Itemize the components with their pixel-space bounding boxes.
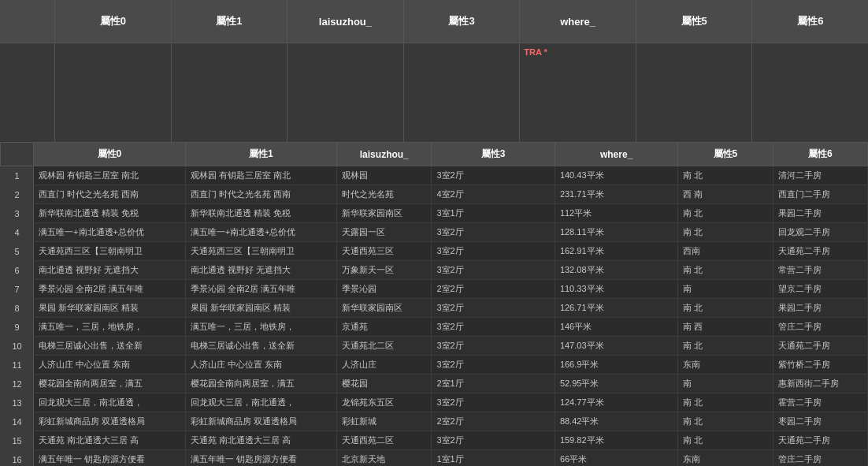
cell-row10-col0: 人济山庄 中心位置 东南 <box>34 356 186 375</box>
cell-row2-col4: 112平米 <box>555 204 677 223</box>
cell-row0-col1: 观林园 有钥匙三居室 南北 <box>185 166 337 185</box>
cell-row12-col5: 南 北 <box>678 393 773 412</box>
col-header-0[interactable]: 屬性0 <box>55 0 171 43</box>
row-number: 9 <box>1 318 34 337</box>
filter-bar: 屬性0 屬性1 laisuzhou_ 屬性3 where_ <box>0 0 868 142</box>
table-header-row: 屬性0 屬性1 laisuzhou_ 屬性3 where_ 屬性5 屬性6 <box>1 143 868 166</box>
th-col0[interactable]: 屬性0 <box>34 143 186 166</box>
filter-col-5: 屬性5 <box>636 0 753 142</box>
col-header-5[interactable]: 屬性5 <box>636 0 752 43</box>
table-row[interactable]: 11人济山庄 中心位置 东南人济山庄 中心位置 东南人济山庄3室2厅 166.9… <box>1 356 868 375</box>
cell-row1-col4: 231.71平米 <box>555 185 677 204</box>
table-row[interactable]: 8果园 新华联家园南区 精装果园 新华联家园南区 精装新华联家园南区3室2厅 1… <box>1 299 868 318</box>
table-row[interactable]: 14彩虹新城商品房 双通透格局彩虹新城商品房 双通透格局彩虹新城2室2厅 88.… <box>1 412 868 431</box>
cell-row2-col2: 新华联家园南区 <box>337 204 432 223</box>
cell-row15-col3: 1室1厅 <box>432 450 555 467</box>
th-col6[interactable]: 屬性6 <box>773 143 867 166</box>
table-row[interactable]: 3新华联南北通透 精装 免税新华联南北通透 精装 免税新华联家园南区3室1厅 1… <box>1 204 868 223</box>
cell-row4-col2: 天通西苑三区 <box>337 242 432 261</box>
table-row[interactable]: 13回龙观大三居，南北通透，回龙观大三居，南北通透，龙锦苑东五区3室2厅 124… <box>1 393 868 412</box>
cell-row15-col4: 66平米 <box>555 450 677 467</box>
filter-col-0: 屬性0 <box>55 0 172 142</box>
cell-row0-col6: 清河二手房 <box>773 166 867 185</box>
cell-row10-col6: 紫竹桥二手房 <box>773 356 867 375</box>
table-row[interactable]: 2西直门 时代之光名苑 西南西直门 时代之光名苑 西南时代之光名苑4室2厅 23… <box>1 185 868 204</box>
th-col1[interactable]: 屬性1 <box>185 143 337 166</box>
table-row[interactable]: 15天通苑 南北通透大三居 高天通苑 南北通透大三居 高天通西苑二区3室2厅 1… <box>1 431 868 450</box>
cell-row11-col4: 52.95平米 <box>555 375 677 393</box>
cell-row13-col5: 南 北 <box>678 412 773 431</box>
cell-row11-col2: 樱花园 <box>337 375 432 393</box>
filter-body-4[interactable]: TRA * <box>520 43 636 142</box>
cell-row13-col4: 88.42平米 <box>555 412 677 431</box>
cell-row14-col5: 南 北 <box>678 431 773 450</box>
table-row[interactable]: 6南北通透 视野好 无遮挡大南北通透 视野好 无遮挡大万象新天一区3室2厅 13… <box>1 261 868 280</box>
table-row[interactable]: 4满五唯一+南北通透+总价优满五唯一+南北通透+总价优天露园一区3室2厅 128… <box>1 223 868 242</box>
cell-row3-col4: 128.11平米 <box>555 223 677 242</box>
cell-row5-col4: 132.08平米 <box>555 261 677 280</box>
filter-body-6[interactable] <box>752 43 868 142</box>
cell-row7-col2: 新华联家园南区 <box>337 299 432 318</box>
col-header-2[interactable]: laisuzhou_ <box>287 0 403 43</box>
cell-row5-col6: 常营二手房 <box>773 261 867 280</box>
table-row[interactable]: 5天通苑西三区【三朝南明卫天通苑西三区【三朝南明卫天通西苑三区3室2厅 162.… <box>1 242 868 261</box>
cell-row14-col0: 天通苑 南北通透大三居 高 <box>34 431 186 450</box>
th-col4[interactable]: where_ <box>555 143 677 166</box>
filter-body-0[interactable] <box>55 43 171 142</box>
row-number: 11 <box>1 356 34 375</box>
cell-row4-col1: 天通苑西三区【三朝南明卫 <box>185 242 337 261</box>
cell-row5-col1: 南北通透 视野好 无遮挡大 <box>185 261 337 280</box>
cell-row5-col0: 南北通透 视野好 无遮挡大 <box>34 261 186 280</box>
row-number: 15 <box>1 431 34 450</box>
cell-row13-col6: 枣园二手房 <box>773 412 867 431</box>
table-row[interactable]: 12樱花园全南向两居室，满五樱花园全南向两居室，满五樱花园2室1厅 52.95平… <box>1 375 868 393</box>
row-number: 8 <box>1 299 34 318</box>
col-header-6[interactable]: 屬性6 <box>752 0 868 43</box>
filter-body-2[interactable] <box>287 43 403 142</box>
th-col5[interactable]: 屬性5 <box>678 143 773 166</box>
cell-row14-col1: 天通苑 南北通透大三居 高 <box>185 431 337 450</box>
col-header-1[interactable]: 屬性1 <box>172 0 287 43</box>
filter-body-1[interactable] <box>172 43 287 142</box>
row-number: 13 <box>1 393 34 412</box>
cell-row5-col3: 3室2厅 <box>432 261 555 280</box>
data-table-wrapper[interactable]: 屬性0 屬性1 laisuzhou_ 屬性3 where_ 屬性5 屬性6 1观… <box>0 142 868 466</box>
cell-row2-col1: 新华联南北通透 精装 免税 <box>185 204 337 223</box>
cell-row3-col0: 满五唯一+南北通透+总价优 <box>34 223 186 242</box>
cell-row14-col3: 3室2厅 <box>432 431 555 450</box>
cell-row3-col1: 满五唯一+南北通透+总价优 <box>185 223 337 242</box>
cell-row10-col1: 人济山庄 中心位置 东南 <box>185 356 337 375</box>
cell-row14-col2: 天通西苑二区 <box>337 431 432 450</box>
cell-row11-col5: 南 <box>678 375 773 393</box>
table-row[interactable]: 7季景沁园 全南2居 满五年唯季景沁园 全南2居 满五年唯季景沁园2室2厅 11… <box>1 280 868 299</box>
cell-row7-col6: 果园二手房 <box>773 299 867 318</box>
table-row[interactable]: 9满五唯一，三居，地铁房，满五唯一，三居，地铁房，京通苑3室2厅 146平米 南… <box>1 318 868 337</box>
cell-row11-col1: 樱花园全南向两居室，满五 <box>185 375 337 393</box>
cell-row8-col3: 3室2厅 <box>432 318 555 337</box>
filter-col-3: 屬性3 <box>404 0 521 142</box>
cell-row3-col3: 3室2厅 <box>432 223 555 242</box>
row-number: 7 <box>1 280 34 299</box>
cell-row8-col4: 146平米 <box>555 318 677 337</box>
filter-body-5[interactable] <box>636 43 752 142</box>
table-row[interactable]: 16满五年唯一 钥匙房源方便看满五年唯一 钥匙房源方便看北京新天地1室1厅 66… <box>1 450 868 467</box>
row-number: 16 <box>1 450 34 467</box>
filter-body-3[interactable] <box>404 43 520 142</box>
cell-row4-col3: 3室2厅 <box>432 242 555 261</box>
col-header-3[interactable]: 屬性3 <box>404 0 520 43</box>
th-col2[interactable]: laisuzhou_ <box>337 143 432 166</box>
row-num-header <box>1 143 34 166</box>
cell-row8-col0: 满五唯一，三居，地铁房， <box>34 318 186 337</box>
cell-row7-col0: 果园 新华联家园南区 精装 <box>34 299 186 318</box>
cell-row12-col1: 回龙观大三居，南北通透， <box>185 393 337 412</box>
cell-row6-col0: 季景沁园 全南2居 满五年唯 <box>34 280 186 299</box>
col-header-4[interactable]: where_ <box>520 0 636 43</box>
table-row[interactable]: 1观林园 有钥匙三居室 南北观林园 有钥匙三居室 南北观林园3室2厅 140.4… <box>1 166 868 185</box>
th-col3[interactable]: 屬性3 <box>432 143 555 166</box>
table-row[interactable]: 10电梯三居诚心出售，送全新电梯三居诚心出售，送全新天通苑北二区3室2厅 147… <box>1 337 868 356</box>
cell-row11-col3: 2室1厅 <box>432 375 555 393</box>
cell-row2-col0: 新华联南北通透 精装 免税 <box>34 204 186 223</box>
row-number: 12 <box>1 375 34 393</box>
cell-row3-col5: 南 北 <box>678 223 773 242</box>
cell-row9-col2: 天通苑北二区 <box>337 337 432 356</box>
